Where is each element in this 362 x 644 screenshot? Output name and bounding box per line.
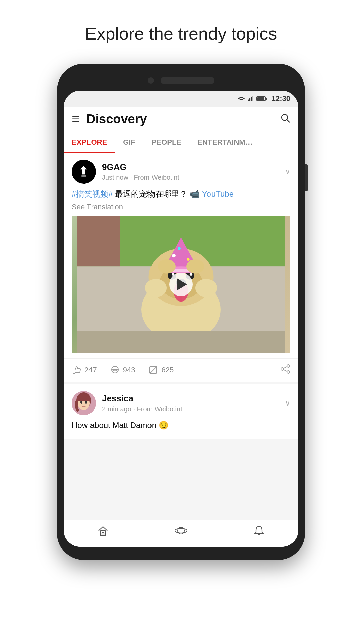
post-text: How about Matt Damon 😏 — [72, 419, 290, 431]
like-icon — [72, 365, 81, 375]
tab-people[interactable]: PEOPLE — [143, 132, 189, 153]
phone-shell: 12:30 ☰ Discovery EXPLORE GIF PEOPLE ENT… — [57, 64, 305, 560]
svg-rect-11 — [77, 216, 120, 266]
wifi-icon — [238, 96, 245, 101]
repost-count: 625 — [161, 366, 174, 374]
battery-icon — [256, 96, 267, 101]
svg-point-29 — [195, 279, 217, 297]
repost-button[interactable]: 625 — [148, 365, 174, 375]
post-username: Jessica — [102, 393, 285, 404]
share-icon — [280, 364, 290, 374]
post-meta: 9GAG Just now · From Weibo.intl — [102, 162, 285, 181]
app-title: Discovery — [86, 112, 280, 126]
video-link-icon: 📹 — [190, 189, 200, 198]
post-content: How about Matt Damon 😏 — [64, 419, 298, 439]
signal-icon — [248, 96, 254, 101]
svg-point-34 — [113, 369, 114, 370]
bottom-nav — [64, 520, 298, 547]
expand-button[interactable]: ∨ — [285, 399, 290, 408]
svg-point-26 — [178, 247, 181, 250]
play-triangle-icon — [177, 278, 187, 290]
post-username: 9GAG — [102, 162, 285, 172]
status-time: 12:30 — [272, 94, 290, 103]
svg-point-18 — [190, 273, 193, 276]
app-header: ☰ Discovery — [64, 107, 298, 132]
svg-rect-1 — [248, 100, 249, 101]
post-text-body: 最逗的宠物在哪里？ — [115, 189, 190, 198]
svg-point-48 — [85, 401, 87, 404]
play-button[interactable] — [169, 273, 193, 296]
expand-button[interactable]: ∨ — [285, 167, 290, 176]
menu-icon[interactable]: ☰ — [72, 114, 79, 124]
tab-explore[interactable]: EXPLORE — [64, 132, 115, 153]
jessica-avatar-svg — [72, 391, 96, 415]
nav-notifications[interactable] — [220, 525, 298, 540]
tabs-bar: EXPLORE GIF PEOPLE ENTERTAINM… — [64, 132, 298, 153]
svg-line-43 — [284, 370, 287, 371]
svg-rect-32 — [77, 331, 285, 353]
svg-rect-2 — [249, 98, 250, 101]
svg-rect-8 — [82, 173, 85, 174]
post-source: 2 min ago · From Weibo.intl — [102, 405, 285, 413]
svg-point-5 — [282, 114, 288, 120]
feed: 9GAG Just now · From Weibo.intl ∨ #搞笑视频#… — [64, 153, 298, 520]
bell-icon — [253, 525, 265, 539]
svg-point-0 — [241, 101, 242, 101]
svg-point-31 — [186, 259, 204, 274]
phone-speaker — [161, 77, 214, 84]
svg-point-39 — [287, 365, 290, 367]
post-actions: 247 943 — [64, 358, 298, 382]
svg-point-40 — [281, 368, 284, 370]
svg-point-47 — [80, 401, 82, 404]
svg-point-28 — [145, 279, 167, 297]
search-button[interactable] — [280, 113, 290, 125]
svg-line-42 — [284, 367, 287, 368]
planet-icon — [175, 525, 187, 539]
post-content: #搞笑视频# 最逗的宠物在哪里？ 📹 YouTube See Translati… — [64, 188, 298, 358]
post-source: Just now · From Weibo.intl — [102, 174, 285, 181]
svg-line-6 — [287, 120, 290, 122]
phone-side-button — [305, 164, 308, 191]
home-icon — [97, 525, 109, 539]
status-icons — [238, 96, 267, 101]
9gag-logo — [75, 163, 92, 180]
like-count: 247 — [84, 366, 97, 374]
nav-home[interactable] — [64, 525, 142, 540]
post-card: 9GAG Just now · From Weibo.intl ∨ #搞笑视频#… — [64, 153, 298, 382]
status-bar: 12:30 — [64, 91, 298, 107]
svg-point-52 — [175, 528, 187, 533]
post-header: Jessica 2 min ago · From Weibo.intl ∨ — [64, 384, 298, 419]
svg-rect-4 — [252, 96, 253, 101]
svg-line-38 — [150, 367, 157, 373]
post-card: Jessica 2 min ago · From Weibo.intl ∨ Ho… — [64, 384, 298, 439]
tab-entertainment[interactable]: ENTERTAINM… — [189, 132, 261, 153]
svg-point-24 — [172, 254, 176, 258]
avatar — [72, 160, 96, 184]
svg-rect-3 — [251, 97, 252, 101]
tab-gif[interactable]: GIF — [115, 132, 143, 153]
hashtag[interactable]: #搞笑视频# — [72, 189, 113, 198]
see-translation[interactable]: See Translation — [72, 203, 290, 211]
post-meta: Jessica 2 min ago · From Weibo.intl — [102, 393, 285, 413]
video-thumbnail[interactable] — [72, 216, 290, 353]
comment-icon — [110, 365, 120, 375]
share-button[interactable] — [280, 364, 290, 376]
post-text: #搞笑视频# 最逗的宠物在哪里？ 📹 YouTube — [72, 188, 290, 200]
page-heading: Explore the trendy topics — [85, 23, 277, 44]
repost-icon — [148, 365, 158, 375]
phone-screen: 12:30 ☰ Discovery EXPLORE GIF PEOPLE ENT… — [64, 91, 298, 547]
phone-camera — [148, 77, 154, 84]
svg-point-36 — [116, 369, 117, 370]
nav-discover[interactable] — [142, 525, 220, 540]
youtube-link[interactable]: YouTube — [202, 189, 234, 198]
avatar — [72, 391, 96, 415]
svg-point-25 — [187, 258, 190, 261]
post-header: 9GAG Just now · From Weibo.intl ∨ — [64, 153, 298, 188]
svg-point-41 — [287, 371, 290, 373]
comment-button[interactable]: 943 — [110, 365, 135, 375]
svg-point-30 — [158, 259, 176, 274]
svg-rect-50 — [102, 533, 104, 535]
svg-point-35 — [114, 369, 116, 370]
comment-count: 943 — [123, 366, 135, 374]
like-button[interactable]: 247 — [72, 365, 97, 375]
